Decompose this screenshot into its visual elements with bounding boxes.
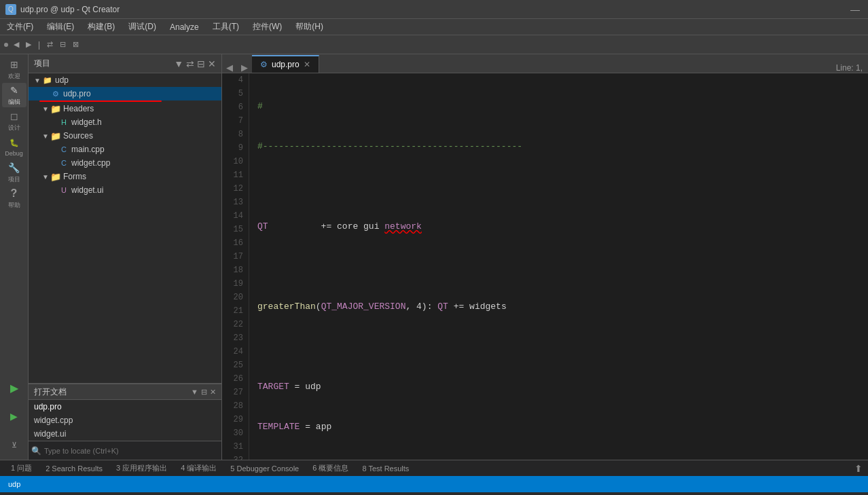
- split-icon[interactable]: ⊟: [197, 58, 205, 69]
- sidebar-item-edit[interactable]: ✎ 编辑: [2, 83, 26, 107]
- welcome-label: 欢迎: [8, 72, 20, 81]
- help-label: 帮助: [8, 201, 20, 210]
- cpp-file-icon-widget: C: [58, 158, 69, 168]
- tree-item-udp-pro[interactable]: ⚙ udp.pro: [29, 87, 221, 100]
- bottom-tab-problems[interactable]: 1 问题: [5, 462, 37, 475]
- open-docs-actions: ▼ ⊟ ✕: [191, 388, 216, 397]
- search-input[interactable]: [44, 447, 219, 455]
- file-tree: ▼ 📁 udp ⚙ udp.pro ▼ 📁 Headers: [29, 73, 221, 383]
- toolbar-separator: |: [35, 40, 43, 50]
- toolbar-split[interactable]: ⊟: [57, 40, 69, 49]
- line-num-13: 13: [228, 196, 243, 209]
- open-doc-widget-cpp[interactable]: widget.cpp: [29, 414, 221, 427]
- line-num-25: 25: [228, 359, 243, 372]
- titlebar: Q udp.pro @ udp - Qt Creator —: [0, 0, 868, 19]
- line-num-6: 6: [228, 100, 243, 114]
- minimize-button[interactable]: —: [848, 4, 863, 15]
- menu-item-help[interactable]: 帮助(H): [289, 19, 330, 35]
- editor-tab-udp-pro[interactable]: ⚙ udp.pro ✕: [252, 55, 319, 73]
- code-line-10: [257, 340, 860, 354]
- statusbar: udp: [0, 476, 868, 492]
- link-icon[interactable]: ⇄: [186, 58, 194, 69]
- line-num-14: 14: [228, 209, 243, 223]
- sidebar-item-help[interactable]: ? 帮助: [2, 186, 26, 210]
- toolbar-link[interactable]: ⇄: [44, 40, 56, 49]
- tree-label-forms: Forms: [63, 172, 86, 181]
- menu-item-analyze[interactable]: Analyze: [163, 19, 206, 35]
- tree-item-widget-ui[interactable]: U widget.ui: [29, 183, 221, 197]
- menu-item-build[interactable]: 构建(B): [81, 19, 122, 35]
- editor-content[interactable]: 4 5 6 7 8 9 10 11 12 13 14 15 16 17 18 1…: [222, 73, 868, 460]
- open-docs-header: 打开文档 ▼ ⊟ ✕: [29, 384, 221, 400]
- open-doc-widget-ui[interactable]: widget.ui: [29, 427, 221, 441]
- design-label: 设计: [8, 124, 20, 132]
- line-num-16: 16: [228, 236, 243, 250]
- bottom-tab-test[interactable]: 8 Test Results: [357, 463, 414, 474]
- nav-back[interactable]: ◀: [11, 40, 22, 49]
- toolbar-close[interactable]: ⊠: [70, 40, 82, 49]
- sidebar-item-welcome[interactable]: ⊞ 欢迎: [2, 57, 26, 81]
- filter-icon[interactable]: ▼: [174, 58, 183, 69]
- status-qt[interactable]: udp: [5, 480, 23, 488]
- line-num-22: 22: [228, 318, 243, 331]
- line-num-11: 11: [228, 168, 243, 182]
- tree-item-widget-cpp[interactable]: C widget.cpp: [29, 156, 221, 170]
- sidebar-item-debug[interactable]: 🐛 Debug: [2, 134, 26, 159]
- app-icon: Q: [5, 4, 16, 15]
- line-numbers: 4 5 6 7 8 9 10 11 12 13 14 15 16 17 18 1…: [222, 73, 249, 460]
- tab-label: udp.pro: [272, 60, 300, 69]
- code-line-9: greaterThan(QT_MAJOR_VERSION, 4): QT += …: [257, 300, 860, 314]
- tree-item-headers[interactable]: ▼ 📁 Headers: [29, 102, 221, 115]
- open-doc-udp-pro[interactable]: udp.pro: [29, 400, 221, 414]
- nav-forward[interactable]: ▶: [23, 40, 34, 49]
- sidebar-item-debug-run[interactable]: ▶: [2, 404, 26, 428]
- menu-item-tools[interactable]: 工具(T): [206, 19, 246, 35]
- menu-item-debug[interactable]: 调试(D): [122, 19, 163, 35]
- nav-back-editor[interactable]: ◀: [222, 62, 237, 73]
- sidebar-item-bottom[interactable]: ⊻: [2, 433, 26, 457]
- menu-item-edit[interactable]: 编辑(E): [40, 19, 81, 35]
- bottom-tab-summary[interactable]: 6 概要信息: [307, 462, 354, 475]
- bottom-tab-app-output[interactable]: 3 应用程序输出: [111, 462, 173, 475]
- line-num-15: 15: [228, 223, 243, 236]
- sidebar-item-project[interactable]: 🔧 项目: [2, 160, 26, 185]
- sidebar-item-design[interactable]: ◻ 设计: [2, 109, 26, 133]
- tree-arrow-udp: ▼: [34, 77, 42, 84]
- menu-item-file[interactable]: 文件(F): [0, 19, 40, 35]
- headers-folder-icon: 📁: [50, 103, 61, 114]
- close-tab-button[interactable]: ✕: [304, 60, 310, 69]
- line-num-17: 17: [228, 250, 243, 263]
- bottom-panel-arrow[interactable]: ⬆: [854, 463, 863, 474]
- bottom-tab-search[interactable]: 2 Search Results: [40, 463, 108, 474]
- tree-label-udp-pro: udp.pro: [63, 89, 91, 98]
- code-line-4: #: [257, 100, 860, 113]
- toolbar: ◀ ▶ | ⇄ ⊟ ⊠: [0, 35, 868, 54]
- nav-forward-editor[interactable]: ▶: [237, 62, 252, 73]
- menu-item-controls[interactable]: 控件(W): [246, 19, 289, 35]
- open-docs-close[interactable]: ✕: [210, 388, 216, 397]
- cpp-file-icon-main: C: [58, 144, 69, 155]
- tree-item-udp[interactable]: ▼ 📁 udp: [29, 73, 221, 87]
- code-content: # #-------------------------------------…: [249, 73, 868, 460]
- close-panel-icon[interactable]: ✕: [208, 58, 216, 69]
- tree-item-sources[interactable]: ▼ 📁 Sources: [29, 129, 221, 143]
- line-num-21: 21: [228, 304, 243, 318]
- project-label: 项目: [8, 175, 20, 184]
- tree-item-forms[interactable]: ▼ 📁 Forms: [29, 170, 221, 183]
- sidebar-item-run[interactable]: ▶: [2, 375, 26, 400]
- line-num-18: 18: [228, 263, 243, 277]
- line-num-30: 30: [228, 426, 243, 440]
- file-tree-title: 项目: [34, 58, 174, 69]
- code-line-5: #---------------------------------------…: [257, 140, 860, 153]
- line-num-9: 9: [228, 141, 243, 155]
- bottom-tab-compile[interactable]: 4 编译输出: [175, 462, 222, 475]
- tree-item-main-cpp[interactable]: C main.cpp: [29, 143, 221, 156]
- bottom-tab-debugger[interactable]: 5 Debugger Console: [225, 463, 304, 474]
- tree-arrow-headers: ▼: [42, 105, 50, 113]
- tree-item-widget-h[interactable]: H widget.h: [29, 115, 221, 129]
- open-docs-toggle[interactable]: ▼: [191, 388, 198, 397]
- open-docs-list: udp.pro widget.cpp widget.ui: [29, 400, 221, 441]
- tab-file-icon: ⚙: [260, 60, 268, 69]
- editor-tabs: ◀ ▶ ⚙ udp.pro ✕ Line: 1,: [222, 54, 868, 73]
- open-docs-split[interactable]: ⊟: [201, 388, 207, 397]
